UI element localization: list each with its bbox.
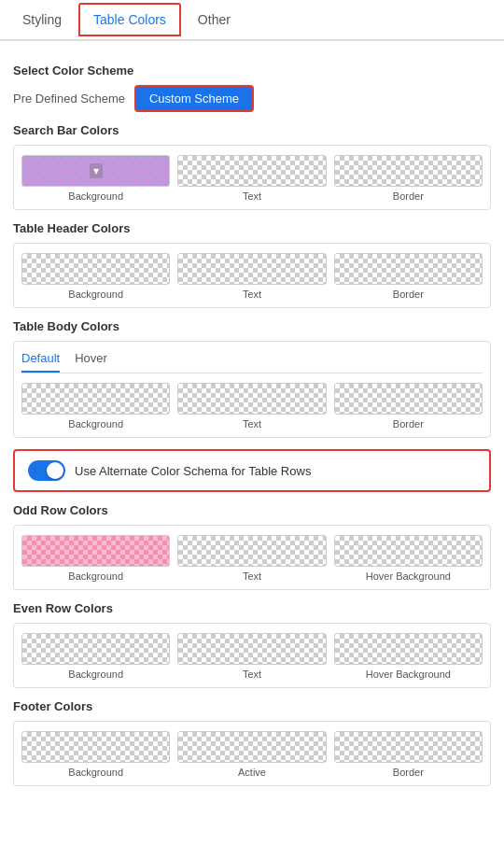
footer-border-item: Border [334,731,483,778]
tab-styling[interactable]: Styling [7,3,77,36]
odd-text-label: Text [243,570,261,582]
odd-bg-label: Background [68,570,123,582]
odd-row-color-grid: Background Text Hover Background [21,535,483,582]
tab-other[interactable]: Other [183,3,245,36]
swatch-dropdown-arrow: ▾ [90,163,103,178]
footer-colors-section: Background Active Border [13,721,491,786]
alternate-color-toggle-row: Use Alternate Color Schema for Table Row… [13,449,491,492]
odd-text-swatch[interactable] [177,535,326,567]
footer-colors-title: Footer Colors [13,699,491,713]
odd-bg-swatch[interactable] [21,535,170,567]
search-bg-swatch[interactable]: ▾ [21,155,170,187]
footer-bg-label: Background [68,767,123,778]
top-tabs-container: Styling Table Colors Other [0,0,504,41]
header-text-item: Text [177,253,326,300]
search-bar-colors-section: ▾ Background Text Border [13,145,491,210]
footer-active-item: Active [177,731,326,778]
even-bg-label: Background [68,669,123,680]
body-bg-swatch[interactable] [21,383,170,415]
header-bg-label: Background [68,289,123,300]
odd-bg-item: Background [21,535,170,582]
table-body-color-grid: Background Text Border [21,383,483,430]
even-text-label: Text [243,669,261,680]
pre-defined-label: Pre Defined Scheme [13,92,125,106]
footer-color-grid: Background Active Border [21,731,483,778]
sub-tab-default[interactable]: Default [21,351,60,373]
sub-tab-hover[interactable]: Hover [75,351,107,373]
search-text-swatch[interactable] [177,155,326,187]
footer-active-swatch[interactable] [177,731,326,763]
search-border-label: Border [393,190,424,202]
footer-bg-item: Background [21,731,170,778]
odd-hover-bg-swatch[interactable] [334,535,483,567]
footer-border-swatch[interactable] [334,731,483,763]
table-header-colors-title: Table Header Colors [13,221,491,235]
color-scheme-title: Select Color Scheme [13,63,491,77]
header-border-item: Border [334,253,483,300]
odd-row-colors-title: Odd Row Colors [13,503,491,517]
body-sub-tabs: Default Hover [21,351,483,373]
tab-table-colors[interactable]: Table Colors [78,3,181,36]
odd-text-item: Text [177,535,326,582]
body-bg-item: Background [21,383,170,430]
main-content: Select Color Scheme Pre Defined Scheme C… [0,41,504,809]
even-text-swatch[interactable] [177,633,326,665]
color-scheme-row: Pre Defined Scheme Custom Scheme [13,85,491,112]
even-text-item: Text [177,633,326,680]
even-hover-bg-label: Hover Background [366,669,451,680]
table-body-colors-section: Default Hover Background Text Border [13,341,491,438]
body-text-item: Text [177,383,326,430]
search-bar-colors-title: Search Bar Colors [13,123,491,137]
search-bar-color-grid: ▾ Background Text Border [21,155,483,202]
search-text-label: Text [243,190,261,202]
search-text-item: Text [177,155,326,202]
header-text-label: Text [243,289,261,300]
header-border-swatch[interactable] [334,253,483,285]
header-border-label: Border [393,289,424,300]
header-text-swatch[interactable] [177,253,326,285]
header-bg-item: Background [21,253,170,300]
footer-bg-swatch[interactable] [21,731,170,763]
even-row-colors-title: Even Row Colors [13,601,491,615]
even-hover-bg-swatch[interactable] [334,633,483,665]
custom-scheme-button[interactable]: Custom Scheme [134,85,254,112]
search-border-swatch[interactable] [334,155,483,187]
table-header-color-grid: Background Text Border [21,253,483,300]
even-row-colors-section: Background Text Hover Background [13,623,491,688]
body-border-swatch[interactable] [334,383,483,415]
search-bg-item: ▾ Background [21,155,170,202]
body-text-swatch[interactable] [177,383,326,415]
search-bg-label: Background [68,190,123,202]
body-border-item: Border [334,383,483,430]
even-row-color-grid: Background Text Hover Background [21,633,483,680]
body-text-label: Text [243,418,261,430]
even-hover-bg-item: Hover Background [334,633,483,680]
footer-border-label: Border [393,767,424,778]
odd-hover-bg-item: Hover Background [334,535,483,582]
alternate-color-label: Use Alternate Color Schema for Table Row… [75,464,311,478]
header-bg-swatch[interactable] [21,253,170,285]
table-body-colors-title: Table Body Colors [13,319,491,333]
table-header-colors-section: Background Text Border [13,243,491,308]
body-bg-label: Background [68,418,123,430]
alternate-color-toggle[interactable] [28,460,65,481]
body-border-label: Border [393,418,424,430]
odd-hover-bg-label: Hover Background [366,570,451,582]
even-bg-swatch[interactable] [21,633,170,665]
odd-row-colors-section: Background Text Hover Background [13,525,491,590]
even-bg-item: Background [21,633,170,680]
search-border-item: Border [334,155,483,202]
footer-active-label: Active [238,767,266,778]
